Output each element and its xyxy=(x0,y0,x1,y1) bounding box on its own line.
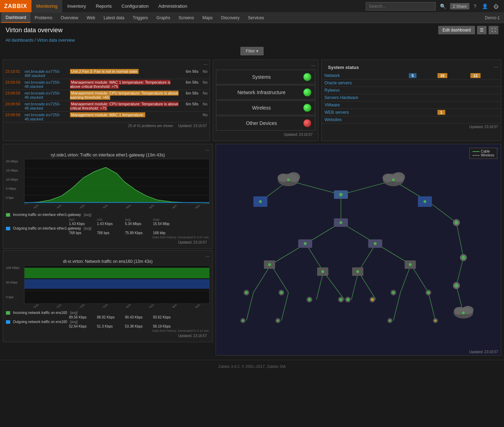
problems-panel-menu[interactable]: ··· xyxy=(203,61,208,67)
host-row-other-devices: Other Devices xyxy=(216,116,315,131)
server-node-1 xyxy=(264,260,275,269)
nav-administration[interactable]: Administration xyxy=(154,0,192,12)
search-input[interactable] xyxy=(366,2,436,10)
nav-configuration[interactable]: Configuration xyxy=(117,0,153,12)
legend-wireless: Wireless xyxy=(472,153,494,157)
problem-host[interactable]: net.brocade.icx7250-48.stacked xyxy=(22,90,68,101)
chart2-data-note: Data from history. Generated in 0.12 sec… xyxy=(6,328,210,332)
status-name-websites[interactable]: Websites xyxy=(322,116,406,124)
status-name-web-servers[interactable]: WEB servers xyxy=(322,109,406,116)
table-row: 23:09:59 net.brocade.icx7250-48.stacked … xyxy=(3,79,210,90)
chart1-incoming-avg: 5.34 Mbps xyxy=(125,222,153,226)
tab-overview[interactable]: Overview xyxy=(56,13,82,23)
router-right-2-status xyxy=(462,256,465,259)
chart2-y-50: 50 Kbps xyxy=(6,281,23,284)
problem-duration: 6m 58s xyxy=(184,79,201,90)
host-status-other-devices xyxy=(303,119,312,127)
tab-graphs[interactable]: Graphs xyxy=(152,13,174,23)
status-row-web-servers: WEB servers 1 xyxy=(322,109,501,116)
chart1-outgoing-max: 168 kbp xyxy=(153,231,181,235)
header-actions: Edit dashboard ☰ ⛶ xyxy=(438,26,498,34)
status-row-oracle: Oracle servers xyxy=(322,79,501,87)
problems-panel: ··· 23:10:01 net.brocade.icx7750-48F.sta… xyxy=(3,59,210,141)
tab-services[interactable]: Services xyxy=(244,13,268,23)
user-icon[interactable]: 👤 xyxy=(481,3,489,10)
problem-msg: Management module: CPU temperature: Temp… xyxy=(70,91,178,100)
problem-msg: Unit 2 Fan 3: Fan is not in normal state xyxy=(70,69,139,74)
system-status-panel-menu[interactable]: ··· xyxy=(494,64,498,70)
chart1-outgoing-last: 768 bps xyxy=(69,231,97,235)
endpoint-4-status xyxy=(340,298,342,301)
chart1-outgoing-min: 768 bps xyxy=(97,231,125,235)
svg-marker-4 xyxy=(24,167,209,203)
cloud-node-3 xyxy=(454,306,474,318)
status-name-vmware[interactable]: VMware xyxy=(322,102,406,109)
host-avail-panel-menu[interactable]: ··· xyxy=(311,63,315,68)
tab-dashboard[interactable]: Dashboard xyxy=(1,13,30,23)
status-name-oracle[interactable]: Oracle servers xyxy=(322,79,406,87)
fullscreen-button[interactable]: ⛶ xyxy=(489,26,498,34)
chart2-incoming-max: 93.62 Kbps xyxy=(153,315,181,319)
status-row-servers-hw: Servers Hardware xyxy=(322,94,501,102)
blue-device-1-status xyxy=(259,200,262,203)
server-node-4 xyxy=(405,260,416,269)
tab-discovery[interactable]: Discovery xyxy=(217,13,244,23)
zshare-button[interactable]: Z Share xyxy=(450,3,469,9)
tab-latest-data[interactable]: Latest data xyxy=(99,13,128,23)
filter-button[interactable]: Filter ▾ xyxy=(240,47,264,55)
chart2-outgoing-last: 52.64 Kbps xyxy=(69,324,97,328)
chart2-panel-menu[interactable]: ··· xyxy=(205,253,210,259)
problem-duration: 6m 58s xyxy=(184,101,201,112)
tab-web[interactable]: Web xyxy=(82,13,99,23)
chart2-incoming-last: 89.56 Kbps xyxy=(69,315,97,319)
chart2-outgoing-min: 51.3 Kbps xyxy=(97,324,125,328)
search-icon[interactable]: 🔍 xyxy=(439,3,447,10)
svg-point-45 xyxy=(392,178,395,181)
tab-triggers[interactable]: Triggers xyxy=(128,13,152,23)
chart1-title: ryl.side1.virton: Traffic on interface e… xyxy=(6,153,210,158)
svg-point-59 xyxy=(268,263,271,266)
host-avail-footer: Updated: 23:16:57 xyxy=(216,131,315,138)
breadcrumb: All dashboards / Virton data overview xyxy=(0,37,504,46)
svg-point-65 xyxy=(409,263,412,266)
chart2-panel: ··· dt-xr.virton: Network traffic on ens… xyxy=(3,250,213,342)
table-row: 23:09:59 net.brocade.icx7250-48.stacked … xyxy=(3,101,210,112)
tab-screens[interactable]: Screens xyxy=(174,13,198,23)
switch-node-1 xyxy=(334,218,348,227)
problem-host[interactable]: net.brocade.icx7250-48.stacked xyxy=(22,79,68,90)
list-view-button[interactable]: ☰ xyxy=(477,26,486,34)
nav-monitoring[interactable]: Monitoring xyxy=(31,0,63,12)
status-row-ryleevo: Ryleevo xyxy=(322,87,501,94)
problem-ack: No xyxy=(201,90,210,101)
demo-user-label: Demo-1 xyxy=(485,15,504,20)
tab-problems[interactable]: Problems xyxy=(30,13,57,23)
problem-duration xyxy=(184,112,201,122)
status-name-ryleevo[interactable]: Ryleevo xyxy=(322,87,406,94)
nav-reports[interactable]: Reports xyxy=(91,0,117,12)
nav-right: 🔍 Z Share ? 👤 ⏻ xyxy=(366,2,504,10)
breadcrumb-all-dashboards[interactable]: All dashboards xyxy=(6,38,33,43)
bottom-1-status xyxy=(242,320,244,322)
status-name-servers-hw[interactable]: Servers Hardware xyxy=(322,94,406,102)
router-right-1-status xyxy=(455,221,458,224)
problem-host[interactable]: net.brocade.icx7750-48F.stacked xyxy=(22,68,68,79)
chart2-legend-incoming: Incoming network traffic on ens160 xyxy=(13,311,67,315)
switch-node-3 xyxy=(368,239,382,248)
chart1-y-0: 0 bps xyxy=(6,196,23,200)
problem-host[interactable]: net.brocade.icx7250-48.stacked xyxy=(22,112,68,122)
chart1-panel-menu[interactable]: ··· xyxy=(205,147,210,153)
problem-duration: 6m 56s xyxy=(184,68,201,79)
bottom-3-status xyxy=(389,320,391,322)
nav-inventory[interactable]: Inventory xyxy=(62,0,91,12)
svg-marker-9 xyxy=(24,279,209,289)
chart1-panel: ··· ryl.side1.virton: Traffic on interfa… xyxy=(3,144,213,249)
status-name-network[interactable]: Network xyxy=(322,72,406,79)
map-panel: ··· xyxy=(216,144,501,356)
chart1-avg-label: [avg] xyxy=(84,213,91,217)
edit-dashboard-button[interactable]: Edit dashboard xyxy=(438,26,475,34)
tab-maps[interactable]: Maps xyxy=(198,13,217,23)
problem-time: 23:10:01 xyxy=(3,68,22,79)
help-icon[interactable]: ? xyxy=(472,3,478,10)
problem-host[interactable]: net.brocade.icx7250-48.stacked xyxy=(22,101,68,112)
power-icon[interactable]: ⏻ xyxy=(492,3,500,10)
